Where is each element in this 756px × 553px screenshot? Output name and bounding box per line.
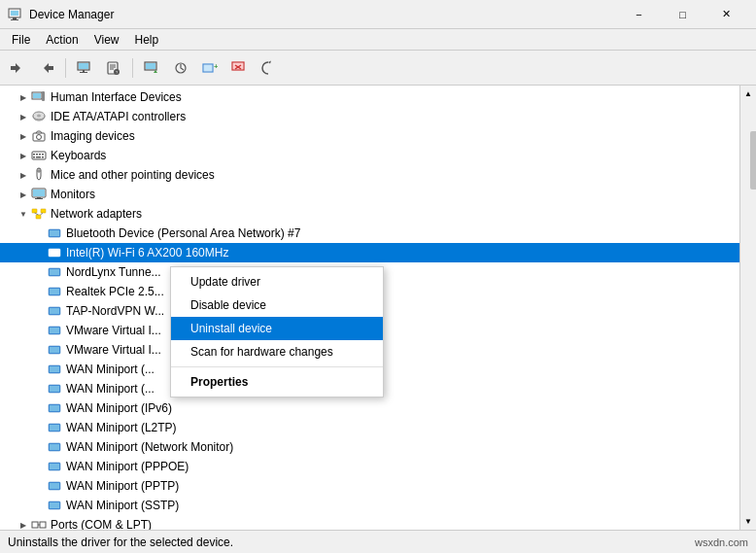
- tree-item-ide-ata[interactable]: ▶ IDE ATA/ATAPI controllers: [0, 107, 739, 126]
- svg-rect-21: [233, 63, 243, 69]
- svg-rect-36: [42, 154, 44, 156]
- svg-rect-76: [50, 464, 59, 469]
- nic-icon9: [47, 400, 62, 416]
- svg-rect-78: [50, 483, 59, 489]
- svg-rect-68: [50, 386, 59, 392]
- label-vmware2: VMware Virtual I...: [66, 343, 161, 357]
- tree-item-mice[interactable]: ▶ Mice and other pointing devices: [0, 165, 739, 185]
- nic-icon12: [47, 459, 62, 474]
- svg-rect-81: [32, 522, 38, 528]
- svg-point-31: [37, 135, 42, 140]
- add-device-button[interactable]: +: [196, 54, 223, 82]
- tree-item-human-interface[interactable]: ▶ Human Interface Devices: [0, 87, 739, 107]
- disk-icon: [31, 109, 47, 124]
- tree-item-bluetooth[interactable]: Bluetooth Device (Personal Area Network)…: [0, 224, 739, 243]
- svg-rect-37: [33, 156, 35, 158]
- svg-point-29: [37, 115, 41, 118]
- tree-item-wan-sstp[interactable]: WAN Miniport (SSTP): [0, 496, 739, 515]
- svg-rect-60: [50, 308, 59, 314]
- svg-rect-80: [50, 502, 59, 508]
- tree-item-keyboards[interactable]: ▶ Keyboards: [0, 146, 739, 165]
- device-tree[interactable]: ▶ Human Interface Devices ▶ IDE ATA/ATAP…: [0, 86, 739, 530]
- tree-item-wan-pppoe[interactable]: WAN Miniport (PPPOE): [0, 457, 739, 476]
- forward-button[interactable]: [33, 54, 60, 82]
- svg-rect-32: [32, 152, 46, 159]
- expander-ports[interactable]: ▶: [16, 515, 31, 530]
- label-imaging: Imaging devices: [51, 129, 135, 143]
- uninstall-button[interactable]: [225, 54, 253, 82]
- computer-button[interactable]: [71, 54, 98, 82]
- expander-human-interface[interactable]: ▶: [16, 87, 31, 107]
- svg-rect-66: [50, 366, 59, 372]
- svg-rect-39: [42, 156, 44, 158]
- svg-rect-5: [79, 63, 88, 69]
- status-bar: Uninstalls the driver for the selected d…: [0, 530, 756, 553]
- tree-item-intel-wifi[interactable]: Intel(R) Wi-Fi 6 AX200 160MHz: [0, 243, 739, 262]
- tree-item-imaging[interactable]: ▶ Imaging devices: [0, 126, 739, 146]
- toolbar-separator-2: [132, 58, 133, 78]
- expander-keyboards[interactable]: ▶: [16, 146, 31, 165]
- tree-item-network[interactable]: ▼ Network adapters: [0, 204, 739, 224]
- svg-rect-44: [37, 197, 41, 198]
- ctx-uninstall-device[interactable]: Uninstall device: [171, 317, 383, 340]
- label-human-interface: Human Interface Devices: [51, 90, 182, 104]
- scan-hardware-button[interactable]: [167, 54, 194, 82]
- label-ide-ata: IDE ATA/ATAPI controllers: [51, 110, 186, 123]
- label-nordlynx: NordLynx Tunne...: [66, 265, 161, 279]
- svg-rect-43: [33, 190, 45, 196]
- ports-icon: [31, 517, 47, 530]
- tree-item-wan-pptp[interactable]: WAN Miniport (PPTP): [0, 476, 739, 496]
- menu-action[interactable]: Action: [38, 29, 86, 51]
- ctx-scan-hardware[interactable]: Scan for hardware changes: [171, 340, 383, 363]
- expander-mice[interactable]: ▶: [16, 165, 31, 185]
- menu-file[interactable]: File: [4, 29, 38, 51]
- expander-ide-ata[interactable]: ▶: [16, 107, 31, 126]
- keyboard-icon: [31, 148, 47, 163]
- main-area: ▶ Human Interface Devices ▶ IDE ATA/ATAP…: [0, 86, 756, 530]
- label-intel-wifi: Intel(R) Wi-Fi 6 AX200 160MHz: [66, 246, 228, 259]
- tree-item-wan-ipv6[interactable]: WAN Miniport (IPv6): [0, 398, 739, 418]
- nic-icon11: [47, 439, 62, 455]
- back-button[interactable]: [4, 54, 31, 82]
- menu-view[interactable]: View: [86, 29, 127, 51]
- svg-rect-54: [50, 250, 59, 256]
- tree-item-wan-nm[interactable]: WAN Miniport (Network Monitor): [0, 437, 739, 457]
- maximize-button[interactable]: □: [661, 0, 704, 29]
- label-monitors: Monitors: [51, 188, 95, 201]
- scan-changes-button[interactable]: [255, 54, 282, 82]
- label-vmware1: VMware Virtual I...: [66, 324, 161, 337]
- svg-rect-25: [33, 93, 41, 98]
- expander-monitors[interactable]: ▶: [16, 185, 31, 204]
- menu-bar: File Action View Help: [0, 29, 756, 51]
- tree-item-wan-l2tp[interactable]: WAN Miniport (L2TP): [0, 418, 739, 437]
- svg-rect-70: [50, 405, 59, 411]
- category-icon: [31, 89, 47, 105]
- ctx-update-driver[interactable]: Update driver: [171, 270, 383, 294]
- context-menu: Update driver Disable device Uninstall d…: [170, 266, 384, 397]
- expander-network[interactable]: ▼: [16, 204, 31, 224]
- label-keyboards: Keyboards: [51, 149, 106, 162]
- expander-imaging[interactable]: ▶: [16, 126, 31, 146]
- svg-rect-3: [11, 19, 18, 20]
- label-wan-pppoe: WAN Miniport (PPPOE): [66, 460, 189, 473]
- label-wan-l2tp: WAN Miniport (L2TP): [66, 421, 177, 434]
- nic-icon4: [47, 303, 62, 319]
- tree-item-ports[interactable]: ▶ Ports (COM & LPT): [0, 515, 739, 530]
- properties-button[interactable]: ?: [100, 54, 127, 82]
- status-message: Uninstalls the driver for the selected d…: [8, 536, 695, 549]
- minimize-button[interactable]: −: [617, 0, 661, 29]
- close-button[interactable]: ✕: [704, 0, 748, 29]
- svg-rect-33: [33, 154, 35, 156]
- ctx-disable-device[interactable]: Disable device: [171, 294, 383, 317]
- tree-item-monitors[interactable]: ▶ Monitors: [0, 185, 739, 204]
- nic-icon5: [47, 323, 62, 338]
- svg-rect-18: [204, 65, 212, 71]
- menu-help[interactable]: Help: [127, 29, 167, 51]
- ctx-properties[interactable]: Properties: [171, 370, 383, 394]
- scrollbar[interactable]: ▲ ▼: [739, 86, 756, 530]
- update-driver-button[interactable]: [138, 54, 165, 82]
- label-realtek: Realtek PCIe 2.5...: [66, 285, 164, 298]
- svg-rect-56: [50, 269, 59, 275]
- svg-rect-82: [40, 522, 46, 528]
- toolbar: ? +: [0, 51, 756, 86]
